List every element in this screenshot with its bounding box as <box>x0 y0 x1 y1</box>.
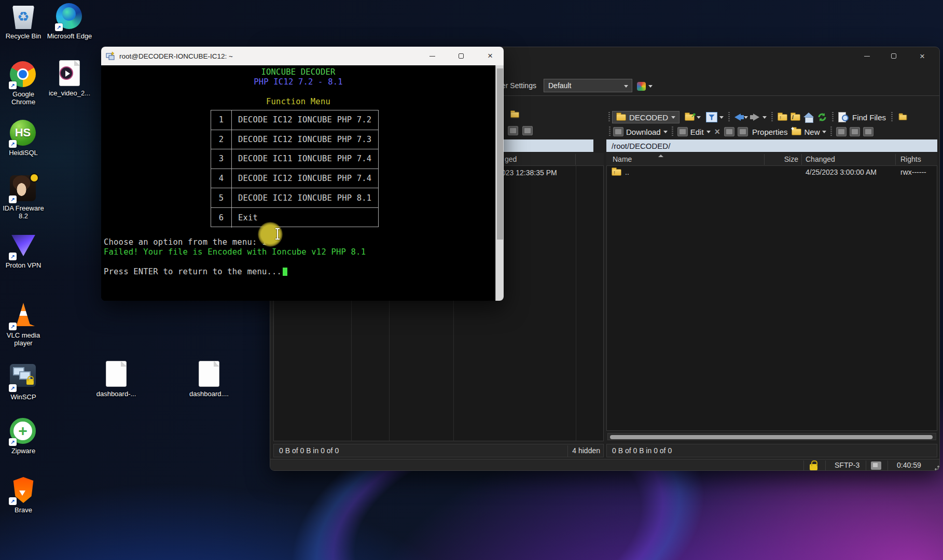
desktop-icon-proton-vpn[interactable]: ↗ Proton VPN <box>0 232 47 269</box>
remote-path-bar[interactable]: /root/DECODED/ <box>606 139 937 152</box>
column-size[interactable]: Size <box>764 155 798 163</box>
edit-button[interactable]: Edit <box>690 128 704 136</box>
row-changed: 4/25/2023 3:00:00 AM <box>806 168 877 176</box>
new-button-icon: ✦ <box>792 129 801 135</box>
desktop-file-dashboard-1[interactable]: dashboard-... <box>92 361 140 398</box>
local-status-text: 0 B of 0 B in 0 of 0 <box>279 446 339 455</box>
desktop-icon-ice-video[interactable]: ice_video_2... <box>46 60 93 97</box>
minimize-button[interactable] <box>855 47 879 65</box>
new-button[interactable]: New <box>804 128 820 136</box>
zipware-icon: +↗ <box>10 418 37 445</box>
filter-button[interactable] <box>706 112 717 122</box>
back-button[interactable] <box>734 114 741 121</box>
close-button[interactable]: × <box>478 47 502 65</box>
local-status-bar: 0 B of 0 B in 0 of 0 4 hidden <box>273 444 604 457</box>
folder-tree-icon[interactable] <box>510 111 520 118</box>
terminal-menu-table: 1DECODE IC12 IONCUBE PHP 7.2 2DECODE IC1… <box>211 110 379 227</box>
terminal-scrollbar[interactable] <box>495 65 504 301</box>
video-file-icon <box>56 60 83 87</box>
shortcut-arrow-icon: ↗ <box>9 81 17 89</box>
parent-directory-button[interactable]: ↑ <box>778 114 787 121</box>
column-rights[interactable]: Rights <box>900 155 921 163</box>
scrollbar-thumb[interactable] <box>497 68 503 240</box>
icon-label: Google Chrome <box>0 90 47 106</box>
chevron-down-icon[interactable] <box>719 116 724 119</box>
maximize-button[interactable] <box>882 47 906 65</box>
chevron-down-icon[interactable] <box>697 116 701 119</box>
root-directory-button[interactable]: / <box>791 114 800 121</box>
desktop-icon-microsoft-edge[interactable]: ↗ Microsoft Edge <box>46 3 93 40</box>
toolbar-grip[interactable] <box>608 112 610 122</box>
menu-row: 2DECODE IC12 IONCUBE PHP 7.3 <box>211 130 378 150</box>
chevron-down-icon[interactable] <box>762 116 767 119</box>
local-row-changed-partial[interactable]: 023 12:38:35 PM <box>502 169 557 177</box>
refresh-button[interactable] <box>817 112 827 122</box>
chevron-down-icon[interactable] <box>744 116 748 119</box>
horizontal-scrollbar[interactable] <box>607 433 936 440</box>
edit-icon-disabled[interactable] <box>522 126 533 135</box>
ida-icon: ↗ <box>10 175 37 202</box>
protocol-label[interactable]: SFTP-3 <box>835 461 859 469</box>
winscp-icon: ↗ <box>10 364 37 391</box>
remote-directory-button[interactable]: DECODED <box>612 111 679 123</box>
upload-icon-disabled[interactable] <box>508 126 518 135</box>
rename-icon-disabled <box>724 127 734 136</box>
heidisql-icon: HS↗ <box>10 120 37 147</box>
column-changed[interactable]: Changed <box>806 155 835 163</box>
edit-icon-disabled <box>677 127 688 136</box>
download-button[interactable]: Download <box>626 128 661 136</box>
icon-label: dashboard.... <box>185 390 233 398</box>
shortcut-arrow-icon: ↗ <box>55 23 63 31</box>
desktop-icon-heidisql[interactable]: HS↗ HeidiSQL <box>0 120 47 157</box>
column-name[interactable]: Name <box>613 155 632 163</box>
transfer-settings-dropdown[interactable]: Default <box>544 79 632 92</box>
icon-label: IDA Freeware 8.2 <box>0 204 47 220</box>
synchronize-browsing-button[interactable] <box>637 80 653 92</box>
chevron-down-icon[interactable] <box>822 131 826 133</box>
menu-row: 6Exit <box>211 208 378 228</box>
vlc-icon: ↗ <box>10 302 37 329</box>
minimize-button[interactable] <box>420 47 444 65</box>
chrome-icon: ↗ <box>10 61 37 88</box>
desktop-icon-google-chrome[interactable]: ↗ Google Chrome <box>0 61 47 106</box>
properties-button[interactable]: Properties <box>752 128 787 136</box>
desktop-file-dashboard-2[interactable]: dashboard.... <box>185 361 233 398</box>
icon-label: Microsoft Edge <box>46 32 93 40</box>
close-button[interactable]: × <box>910 47 934 65</box>
hidden-files-count: 4 hidden <box>572 446 600 455</box>
desktop-icon-zipware[interactable]: +↗ Zipware <box>0 418 47 455</box>
table-row[interactable]: ↑ .. 4/25/2023 3:00:00 AM rwx------ <box>606 166 937 179</box>
desktop-icon-winscp[interactable]: ↗ WinSCP <box>0 362 47 401</box>
icon-label: WinSCP <box>0 393 47 401</box>
chevron-down-icon[interactable] <box>706 131 711 133</box>
document-icon <box>196 361 223 388</box>
remote-file-list[interactable] <box>606 153 937 431</box>
directory-name: DECODED <box>629 113 668 122</box>
find-files-button[interactable]: Find Files <box>838 112 886 122</box>
icon-label: Proton VPN <box>0 261 47 269</box>
remote-toolbar: DECODED ↗ ↑ / Find Files <box>606 110 937 124</box>
desktop-icon-vlc[interactable]: ↗ VLC media player <box>0 302 47 347</box>
terminal-screen[interactable]: IONCUBE DECODER PHP IC12 7.2 - 8.1 Funct… <box>101 65 495 301</box>
desktop-icon-brave[interactable]: ↗ Brave <box>0 477 47 514</box>
maximize-button[interactable] <box>449 47 473 65</box>
download-icon-disabled <box>613 127 623 136</box>
chevron-down-icon[interactable] <box>663 131 668 133</box>
changed-column-partial[interactable]: ged <box>505 155 517 163</box>
transfer-settings-label: er Settings <box>502 81 536 90</box>
remote-actions-toolbar: Download Edit × Properties ✦ New <box>606 125 937 138</box>
toolbar-icon-disabled <box>850 127 860 136</box>
open-directory-button[interactable]: ↗ <box>685 114 695 121</box>
desktop-icon-recycle-bin[interactable]: ♻ Recycle Bin <box>0 3 47 40</box>
toolbar-grip <box>728 112 730 122</box>
sync-panels-icon[interactable] <box>898 114 908 121</box>
find-files-icon <box>838 112 849 122</box>
resize-grip[interactable] <box>933 464 939 470</box>
forward-button[interactable] <box>753 114 759 121</box>
shortcut-arrow-icon: ↗ <box>9 140 17 148</box>
chevron-down-icon <box>648 85 653 88</box>
home-directory-button[interactable] <box>803 113 814 122</box>
desktop-icon-ida-freeware[interactable]: ↗ IDA Freeware 8.2 <box>0 175 47 220</box>
icon-label: dashboard-... <box>92 390 140 398</box>
toolbar-icon-disabled <box>836 127 847 136</box>
